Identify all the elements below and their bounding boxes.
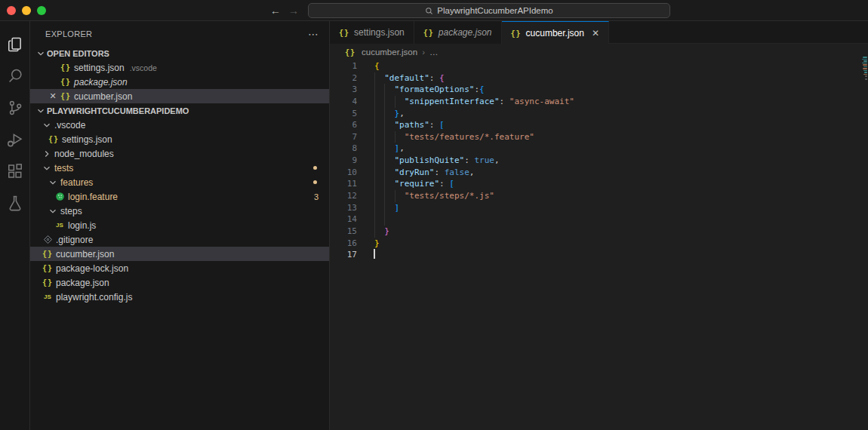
chevron-down-icon[interactable] (47, 206, 59, 217)
indent-guide (374, 178, 375, 190)
tree-item-.vscode[interactable]: .vscode (30, 118, 329, 132)
code-line-13[interactable]: 13 ] (330, 202, 868, 214)
indent-guide (374, 143, 375, 155)
zoom-window-button[interactable] (37, 6, 46, 15)
chevron-right-icon[interactable] (41, 149, 53, 159)
chevron-down-icon[interactable] (47, 177, 59, 188)
workspace-root-header[interactable]: PLAYWRIGHTCUCUMBERAPIDEMO (30, 103, 329, 118)
line-number: 6 (330, 119, 357, 131)
line-number: 8 (330, 143, 357, 155)
tab-cucumber.json[interactable]: {}cucumber.json✕ (502, 21, 609, 44)
code-line-2[interactable]: 2 "default": { (330, 72, 868, 84)
file-label: package.json (74, 77, 128, 88)
code-line-16[interactable]: 16} (330, 238, 868, 250)
line-number: 17 (330, 249, 357, 261)
editor-pane[interactable]: {} cucumber.json › … 1{2 "default": {3 "… (330, 44, 868, 430)
editor-group: {}settings.json{}package.json{}cucumber.… (330, 21, 868, 430)
tree-item-package-lock.json[interactable]: {}package-lock.json (30, 261, 329, 275)
minimap-code-mark (865, 78, 867, 80)
open-editors-header[interactable]: OPEN EDITORS (30, 46, 329, 60)
file-label: node_modules (54, 149, 114, 159)
testing-icon[interactable] (0, 187, 30, 219)
minimap-code-mark (863, 64, 867, 66)
breadcrumb: {} cucumber.json › … (330, 44, 868, 60)
chevron-down-icon[interactable] (41, 120, 53, 131)
tab-package.json[interactable]: {}package.json (414, 21, 502, 44)
vscode-window: ← → PlaywrightCucumberAPIdemo EXPLORER ⋯… (0, 0, 868, 430)
close-icon[interactable]: ✕ (47, 91, 59, 101)
breadcrumb-more[interactable]: … (429, 48, 439, 57)
command-center-search[interactable]: PlaywrightCucumberAPIdemo (308, 3, 670, 18)
code-line-1[interactable]: 1{ (330, 60, 868, 72)
search-icon[interactable] (0, 60, 30, 92)
open-editor-settings.json[interactable]: {}settings.json.vscode (30, 60, 329, 75)
code-line-12[interactable]: 12 "tests/steps/*.js" (330, 190, 868, 202)
open-editors-label: OPEN EDITORS (47, 49, 109, 58)
code-line-3[interactable]: 3 "formateOptions":{ (330, 84, 868, 96)
indent-guide (395, 96, 396, 108)
indent-guide (374, 190, 375, 202)
minimap[interactable] (861, 44, 868, 430)
tree-item-tests[interactable]: tests (30, 161, 329, 175)
file-label: playwright.config.js (56, 292, 132, 303)
extensions-icon[interactable] (0, 155, 30, 187)
minimize-window-button[interactable] (22, 6, 31, 15)
file-label: login.feature (68, 192, 118, 202)
line-text: } (374, 226, 389, 238)
indent-guide (374, 226, 375, 238)
indent-guide (384, 167, 385, 179)
forward-icon[interactable]: → (288, 3, 299, 18)
indent-guide (374, 84, 375, 96)
code-line-9[interactable]: 9 "publishQuite": true, (330, 155, 868, 167)
source-control-icon[interactable] (0, 92, 30, 124)
tree-item-login.js[interactable]: JSlogin.js (30, 218, 329, 232)
tree-item-.gitignore[interactable]: .gitignore (30, 232, 329, 247)
modified-dot-badge (313, 166, 317, 170)
chevron-down-icon[interactable] (41, 163, 53, 174)
code-line-5[interactable]: 5 }, (330, 108, 868, 120)
close-icon[interactable]: ✕ (592, 28, 599, 38)
code-line-10[interactable]: 10 "dryRun": false, (330, 167, 868, 179)
tree-item-node_modules[interactable]: node_modules (30, 146, 329, 161)
minimap-code-mark (865, 75, 867, 77)
tree-item-login.feature[interactable]: login.feature3 (30, 189, 329, 204)
back-icon[interactable]: ← (270, 3, 281, 18)
indent-guide (384, 84, 385, 96)
code-line-17[interactable]: 17 (330, 249, 868, 261)
tree-item-steps[interactable]: steps (30, 204, 329, 218)
open-editor-cucumber.json[interactable]: ✕{}cucumber.json (30, 89, 329, 103)
tree-item-package.json[interactable]: {}package.json (30, 275, 329, 290)
json-icon: {} (423, 27, 434, 38)
minimap-code-mark (863, 74, 867, 75)
more-actions-icon[interactable]: ⋯ (308, 28, 319, 40)
explorer-icon[interactable] (0, 29, 30, 60)
breadcrumb-file[interactable]: cucumber.json (362, 48, 417, 57)
search-icon (425, 7, 433, 15)
tree-item-cucumber.json[interactable]: {}cucumber.json (30, 247, 329, 261)
code-editor[interactable]: 1{2 "default": {3 "formateOptions":{4 "s… (330, 60, 868, 261)
run-debug-icon[interactable] (0, 124, 30, 155)
line-number: 3 (330, 84, 357, 96)
open-editor-package.json[interactable]: {}package.json (30, 75, 329, 89)
line-number: 11 (330, 178, 357, 190)
line-text: "dryRun": false, (374, 167, 474, 179)
close-window-button[interactable] (7, 6, 16, 15)
tab-bar: {}settings.json{}package.json{}cucumber.… (330, 21, 868, 44)
code-line-8[interactable]: 8 ], (330, 143, 868, 155)
indent-guide (395, 131, 396, 143)
line-text: { (374, 60, 380, 72)
tree-item-playwright.config.js[interactable]: JSplaywright.config.js (30, 290, 329, 304)
code-line-6[interactable]: 6 "paths": [ (330, 119, 868, 131)
file-label: settings.json (62, 134, 112, 145)
code-line-14[interactable]: 14 (330, 213, 868, 226)
tab-settings.json[interactable]: {}settings.json (330, 21, 414, 44)
tree-item-settings.json[interactable]: {}settings.json (30, 132, 329, 146)
code-line-4[interactable]: 4 "snippentInterface": "async-await" (330, 96, 868, 108)
code-line-7[interactable]: 7 "tests/features/*.feature" (330, 131, 868, 143)
code-line-15[interactable]: 15 } (330, 226, 868, 238)
line-number: 1 (330, 60, 357, 72)
indent-guide (384, 96, 385, 108)
tree-item-features[interactable]: features (30, 175, 329, 189)
code-line-11[interactable]: 11 "require": [ (330, 178, 868, 190)
indent-guide (374, 119, 375, 131)
